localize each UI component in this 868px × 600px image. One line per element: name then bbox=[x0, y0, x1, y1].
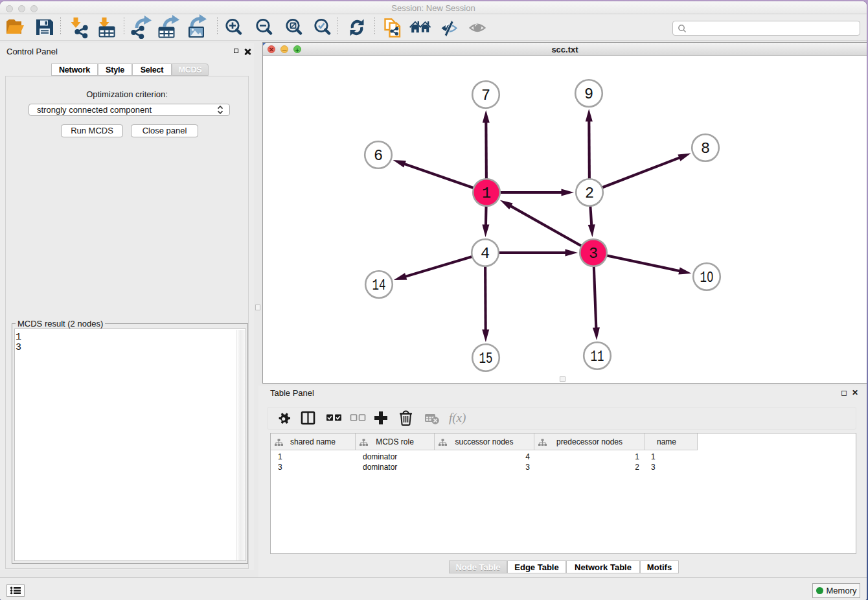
svg-text:4: 4 bbox=[481, 245, 490, 262]
svg-text:1: 1 bbox=[482, 185, 491, 202]
svg-text:3: 3 bbox=[589, 245, 598, 262]
svg-text:6: 6 bbox=[374, 147, 383, 165]
svg-text:9: 9 bbox=[584, 86, 593, 103]
svg-text:8: 8 bbox=[701, 140, 710, 157]
svg-text:7: 7 bbox=[481, 87, 490, 104]
svg-text:15: 15 bbox=[479, 350, 493, 367]
svg-text:2: 2 bbox=[585, 185, 594, 202]
svg-text:f(x): f(x) bbox=[449, 411, 466, 425]
svg-text:14: 14 bbox=[372, 277, 386, 294]
svg-text:10: 10 bbox=[700, 269, 714, 286]
svg-text:11: 11 bbox=[591, 348, 604, 365]
